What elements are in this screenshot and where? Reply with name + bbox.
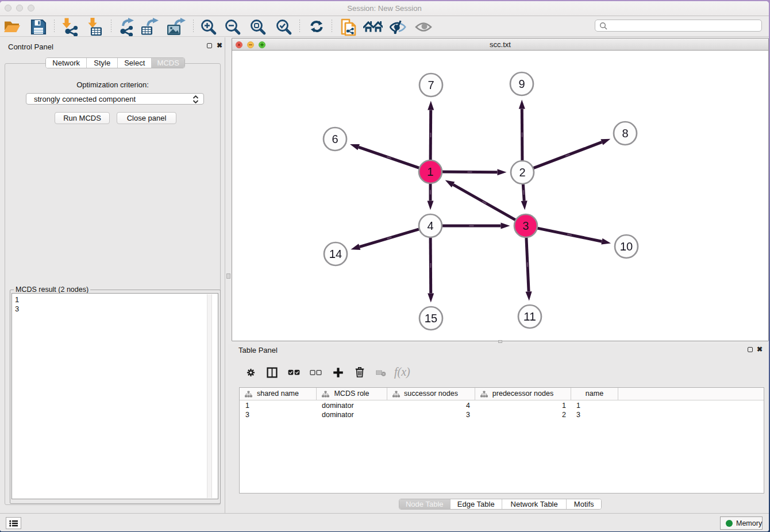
svg-text:10: 10 xyxy=(620,240,633,253)
svg-text:1: 1 xyxy=(427,165,433,178)
svg-text:3: 3 xyxy=(522,219,529,232)
svg-text:4: 4 xyxy=(427,219,433,232)
svg-text:7: 7 xyxy=(428,79,434,91)
svg-text:6: 6 xyxy=(332,133,338,145)
svg-text:14: 14 xyxy=(329,248,342,260)
svg-text:15: 15 xyxy=(425,312,437,325)
svg-text:2: 2 xyxy=(519,166,525,179)
svg-text:8: 8 xyxy=(622,127,628,140)
svg-text:9: 9 xyxy=(518,78,525,90)
svg-text:11: 11 xyxy=(524,310,536,323)
